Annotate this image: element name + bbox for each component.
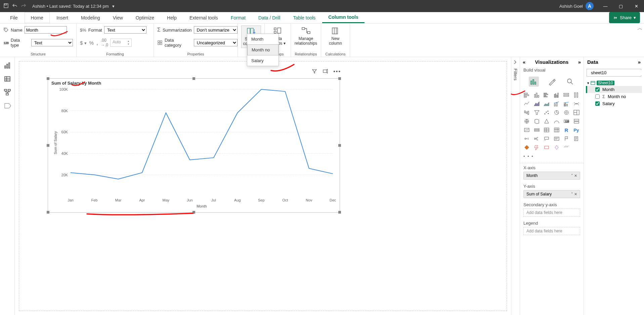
viz-table-icon[interactable]	[543, 126, 551, 134]
tab-view[interactable]: View	[107, 12, 129, 23]
close-button[interactable]: ✕	[629, 0, 644, 12]
viz-powerapps-icon[interactable]	[523, 144, 531, 151]
line-chart-visual[interactable]: ••• Sum of Salary by Month 20K40K60K80K1…	[48, 78, 340, 213]
field-month-checkbox[interactable]	[595, 87, 600, 92]
well-legend-placeholder[interactable]: Add data fields here	[523, 227, 580, 235]
sort-option-month-no[interactable]: Month no	[247, 44, 278, 55]
viz-map-icon[interactable]	[523, 118, 531, 125]
build-visual-tab[interactable]	[529, 77, 539, 87]
maximize-button[interactable]: ▢	[613, 0, 629, 12]
viz-line-clustered-icon[interactable]	[562, 100, 570, 107]
viz-goals-icon[interactable]	[562, 135, 570, 142]
more-options-icon[interactable]: •••	[333, 69, 341, 75]
viz-card-icon[interactable]: 123	[562, 118, 570, 125]
well-y2-placeholder[interactable]: Add data fields here	[523, 209, 580, 217]
filters-pane-collapsed[interactable]: Filters	[511, 57, 520, 315]
share-button[interactable]: Share ▾	[609, 12, 640, 23]
viz-kpi-icon[interactable]	[523, 126, 531, 134]
search-input[interactable]	[591, 70, 644, 75]
viz-python-icon[interactable]: Py	[572, 126, 581, 134]
table-node[interactable]: ▾ Sheet10	[586, 80, 642, 86]
tab-external-tools[interactable]: External tools	[183, 12, 224, 23]
viz-scatter-icon[interactable]	[543, 109, 551, 116]
viz-pie-icon[interactable]	[553, 109, 561, 116]
viz-line-icon[interactable]	[523, 100, 531, 107]
tab-modeling[interactable]: Modeling	[75, 12, 106, 23]
viz-slicer-icon[interactable]	[533, 126, 541, 134]
expand-filters-icon[interactable]	[513, 60, 518, 66]
analytics-tab[interactable]	[565, 77, 575, 87]
tab-table-tools[interactable]: Table tools	[287, 12, 321, 23]
viz-funnel-icon[interactable]	[533, 109, 541, 116]
name-input[interactable]	[25, 26, 67, 34]
tab-optimize[interactable]: Optimize	[130, 12, 160, 23]
tab-home[interactable]: Home	[25, 12, 50, 23]
avatar[interactable]: A	[586, 2, 594, 10]
viz-gauge-icon[interactable]	[553, 118, 561, 125]
viz-paginated-icon[interactable]	[572, 135, 581, 142]
visual-filter-icon[interactable]	[312, 69, 317, 75]
undo-icon[interactable]	[12, 3, 17, 9]
summarization-select[interactable]: Don't summarize	[194, 26, 238, 34]
sort-option-month[interactable]: Month	[247, 34, 278, 44]
data-category-select[interactable]: Uncategorized	[194, 39, 238, 46]
viz-card-new-icon[interactable]	[543, 144, 551, 151]
viz-100-column-icon[interactable]	[572, 91, 581, 99]
viz-decomposition-icon[interactable]	[533, 135, 541, 142]
viz-more1-icon[interactable]	[553, 144, 561, 151]
viz-clustered-bar-icon[interactable]	[543, 91, 551, 99]
viz-stacked-bar-icon[interactable]	[523, 91, 531, 99]
viz-more-button[interactable]: • • •	[520, 152, 584, 160]
viz-key-influencers-icon[interactable]	[523, 135, 531, 142]
percent-icon[interactable]: %	[89, 40, 94, 46]
doc-title-caret-icon[interactable]: ▾	[112, 4, 115, 9]
field-month-no-checkbox[interactable]	[595, 94, 600, 99]
datatype-select[interactable]: Text	[31, 39, 73, 46]
dax-view-icon[interactable]	[4, 102, 11, 109]
viz-100-bar-icon[interactable]	[562, 91, 570, 99]
viz-more2-icon[interactable]	[562, 144, 570, 151]
field-month-no[interactable]: Σ Month no	[586, 93, 642, 100]
format-visual-tab[interactable]	[547, 77, 557, 87]
expand-viz-icon[interactable]: »	[578, 59, 581, 65]
field-salary[interactable]: Salary	[586, 100, 642, 107]
viz-donut-icon[interactable]	[562, 109, 570, 116]
tab-file[interactable]: File	[4, 12, 24, 23]
tab-help[interactable]: Help	[161, 12, 183, 23]
report-canvas[interactable]: ••• Sum of Salary by Month 20K40K60K80K1…	[15, 57, 511, 315]
tab-data-drill[interactable]: Data / Drill	[252, 12, 286, 23]
focus-mode-icon[interactable]	[323, 69, 328, 75]
field-month[interactable]: Month	[586, 86, 642, 93]
minimize-button[interactable]: —	[598, 0, 613, 12]
new-column-button[interactable]: Newcolumn	[325, 26, 346, 47]
sort-option-salary[interactable]: Salary	[247, 55, 278, 66]
viz-stacked-area-icon[interactable]	[543, 100, 551, 107]
viz-clustered-column-icon[interactable]	[553, 91, 561, 99]
field-search[interactable]: ✕	[587, 69, 641, 77]
model-view-icon[interactable]	[4, 89, 11, 96]
decimal-icon[interactable]: .00→.0	[101, 38, 108, 47]
report-view-icon[interactable]	[4, 62, 11, 69]
field-salary-checkbox[interactable]	[595, 101, 600, 106]
tab-format[interactable]: Format	[225, 12, 252, 23]
viz-automate-icon[interactable]	[533, 144, 541, 151]
manage-relationships-button[interactable]: Managerelationships	[294, 26, 318, 47]
currency-icon[interactable]: $ ▾	[80, 40, 87, 46]
save-icon[interactable]	[3, 3, 9, 9]
viz-waterfall-icon[interactable]	[523, 109, 531, 116]
tab-insert[interactable]: Insert	[50, 12, 74, 23]
viz-line-stacked-icon[interactable]	[553, 100, 561, 107]
expand-data-icon[interactable]: »	[638, 59, 641, 65]
viz-narrative-icon[interactable]	[553, 135, 561, 142]
viz-treemap-icon[interactable]	[572, 109, 581, 116]
viz-area-icon[interactable]	[533, 100, 541, 107]
tab-column-tools[interactable]: Column tools	[322, 12, 364, 23]
table-view-icon[interactable]	[4, 75, 11, 83]
viz-filled-map-icon[interactable]	[533, 118, 541, 125]
viz-multirow-card-icon[interactable]	[572, 118, 581, 125]
well-y-pill[interactable]: Sum of Salary˅ ✕	[523, 190, 580, 198]
viz-stacked-column-icon[interactable]	[533, 91, 541, 99]
viz-matrix-icon[interactable]	[553, 126, 561, 134]
collapse-ribbon-icon[interactable]: ︿	[637, 25, 643, 32]
viz-qa-icon[interactable]	[543, 135, 551, 142]
